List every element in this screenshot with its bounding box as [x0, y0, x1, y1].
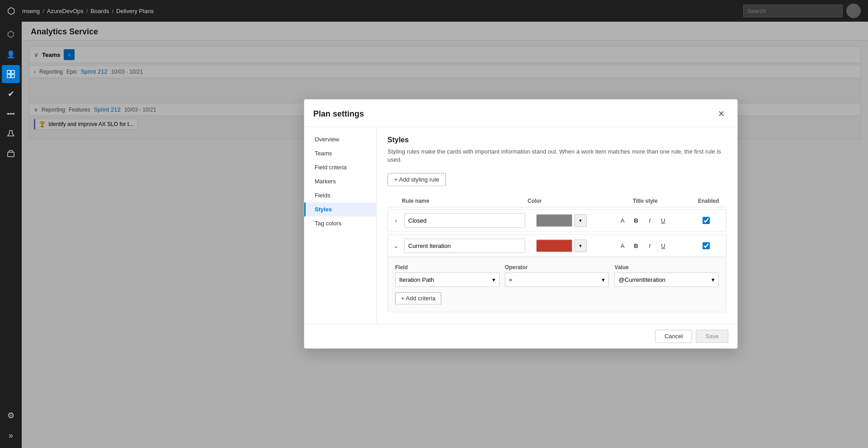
field-selector: Field Iteration Path ▾ — [395, 265, 500, 287]
cancel-button[interactable]: Cancel — [655, 330, 692, 343]
rule-current-iteration-checkbox[interactable] — [703, 243, 710, 250]
operator-selector: Operator = ▾ — [505, 265, 609, 287]
rule-current-iteration-color-dropdown[interactable]: ▾ — [574, 240, 587, 252]
svg-point-4 — [7, 113, 9, 115]
svg-rect-2 — [7, 75, 10, 78]
dialog-close-button[interactable]: ✕ — [714, 107, 728, 121]
value-selector: Value @CurrentIteration ▾ — [614, 265, 719, 287]
rule-current-iteration-name-input[interactable] — [404, 239, 525, 253]
value-dropdown-arrow: ▾ — [712, 276, 715, 283]
rule-closed-color-dropdown[interactable]: ▾ — [574, 215, 587, 227]
field-dropdown-arrow: ▾ — [492, 276, 495, 283]
sidebar-icon-home[interactable]: ⬡ — [2, 25, 20, 43]
rule-closed-style-bold[interactable]: B — [630, 215, 642, 227]
nav-item-teams[interactable]: Teams — [304, 146, 376, 160]
dialog-main: Styles Styling rules make the cards with… — [377, 127, 737, 324]
pipelines-svg-icon — [7, 110, 15, 118]
top-nav-right — [743, 4, 861, 18]
rule-closed-expand-btn[interactable]: › — [390, 215, 402, 227]
sidebar-icon-expand[interactable]: » — [2, 426, 20, 444]
dialog-body: Overview Teams Field criteria Markers Fi… — [304, 127, 737, 324]
field-dropdown[interactable]: Iteration Path ▾ — [395, 273, 500, 287]
rule-current-iteration-header: ⌄ ▾ A B I U — [388, 235, 726, 257]
test-svg-icon — [7, 130, 15, 138]
add-criteria-button[interactable]: + Add criteria — [395, 293, 441, 305]
nav-item-markers[interactable]: Markers — [304, 174, 376, 188]
rule-closed-style-a[interactable]: A — [617, 215, 628, 227]
left-sidebar: ⬡ 👤 ✔ ⚙ » — [0, 22, 22, 448]
sidebar-bottom: ⚙ » — [2, 406, 20, 444]
styles-section-title: Styles — [387, 136, 726, 144]
rule-ci-style-bold[interactable]: B — [630, 240, 642, 252]
rule-ci-style-underline[interactable]: U — [657, 240, 669, 252]
dialog-footer: Cancel Save — [304, 324, 737, 349]
svg-rect-1 — [11, 70, 14, 74]
app-logo[interactable]: ⬡ — [7, 5, 15, 16]
nav-item-overview[interactable]: Overview — [304, 132, 376, 146]
rule-row-closed: › ▾ A B I U — [387, 210, 726, 232]
sidebar-icon-test[interactable] — [2, 125, 20, 143]
breadcrumb-boards[interactable]: Boards — [90, 8, 109, 14]
breadcrumb-sep-0: / — [42, 8, 44, 14]
rule-row-current-iteration: ⌄ ▾ A B I U — [387, 235, 726, 313]
dialog-nav: Overview Teams Field criteria Markers Fi… — [304, 127, 377, 324]
operator-dropdown[interactable]: = ▾ — [505, 273, 609, 287]
breadcrumb-sep-2: / — [112, 8, 113, 14]
rule-current-iteration-expand-btn[interactable]: ⌄ — [390, 240, 402, 252]
operator-label: Operator — [505, 265, 609, 271]
rule-closed-checkbox[interactable] — [703, 217, 710, 224]
breadcrumb-sep-1: / — [86, 8, 88, 14]
nav-item-fields[interactable]: Fields — [304, 188, 376, 202]
rule-current-iteration-expanded: Field Iteration Path ▾ Operator = ▾ — [388, 257, 726, 312]
rule-ci-style-italic[interactable]: I — [644, 240, 656, 252]
rule-current-iteration-enabled — [688, 243, 724, 250]
rule-closed-name-input[interactable] — [404, 214, 525, 228]
field-value: Iteration Path — [399, 276, 434, 283]
breadcrumb-mseng[interactable]: mseng — [22, 8, 40, 14]
global-search-input[interactable] — [743, 5, 843, 17]
dialog-title: Plan settings — [313, 109, 364, 119]
plan-settings-dialog: Plan settings ✕ Overview Teams Field cri… — [304, 99, 738, 349]
col-rule-name: Rule name — [402, 198, 528, 205]
styles-section-desc: Styling rules make the cards with import… — [387, 148, 726, 164]
dialog-header: Plan settings ✕ — [304, 99, 737, 127]
sidebar-icon-boards[interactable] — [2, 65, 20, 83]
rule-current-iteration-style-btns: A B I U — [598, 240, 688, 252]
rule-closed-style-btns: A B I U — [598, 215, 688, 227]
svg-rect-9 — [8, 152, 14, 157]
sidebar-icon-settings[interactable]: ⚙ — [2, 406, 20, 425]
col-color: Color — [528, 198, 600, 205]
rule-closed-style-underline[interactable]: U — [657, 215, 669, 227]
top-nav: ⬡ mseng / AzureDevOps / Boards / Deliver… — [0, 0, 868, 22]
nav-item-styles[interactable]: Styles — [304, 202, 376, 216]
rules-header: Rule name Color Title style Enabled — [387, 196, 726, 208]
svg-rect-0 — [7, 70, 10, 74]
svg-point-5 — [10, 113, 12, 115]
sidebar-icon-pipelines[interactable] — [2, 105, 20, 123]
sidebar-icon-artifacts[interactable] — [2, 145, 20, 163]
rule-current-iteration-color-select: ▾ — [525, 240, 598, 252]
svg-rect-3 — [11, 75, 14, 78]
rule-ci-style-a[interactable]: A — [617, 240, 628, 252]
save-button[interactable]: Save — [696, 330, 728, 343]
rule-closed-style-italic[interactable]: I — [644, 215, 656, 227]
sidebar-icon-profile[interactable]: 👤 — [2, 45, 20, 63]
rule-current-iteration-color-swatch[interactable] — [536, 240, 572, 252]
boards-svg-icon — [7, 70, 15, 78]
rule-closed-enabled — [688, 217, 724, 224]
user-avatar[interactable] — [846, 4, 861, 18]
value-dropdown[interactable]: @CurrentIteration ▾ — [614, 273, 719, 287]
nav-item-field-criteria[interactable]: Field criteria — [304, 160, 376, 174]
nav-item-tag-colors[interactable]: Tag colors — [304, 216, 376, 230]
rule-closed-color-select: ▾ — [525, 215, 598, 227]
operator-value: = — [509, 276, 513, 283]
sidebar-icon-workitems[interactable]: ✔ — [2, 85, 20, 103]
col-enabled: Enabled — [690, 198, 726, 205]
rule-closed-color-swatch[interactable] — [536, 215, 572, 227]
rule-closed-header: › ▾ A B I U — [388, 210, 726, 232]
breadcrumb: mseng / AzureDevOps / Boards / Delivery … — [22, 8, 154, 14]
criteria-row-1: Field Iteration Path ▾ Operator = ▾ — [395, 265, 719, 287]
add-styling-rule-button[interactable]: + Add styling rule — [387, 173, 446, 187]
breadcrumb-azuredevops[interactable]: AzureDevOps — [47, 8, 84, 14]
breadcrumb-delivery-plans[interactable]: Delivery Plans — [116, 8, 154, 14]
